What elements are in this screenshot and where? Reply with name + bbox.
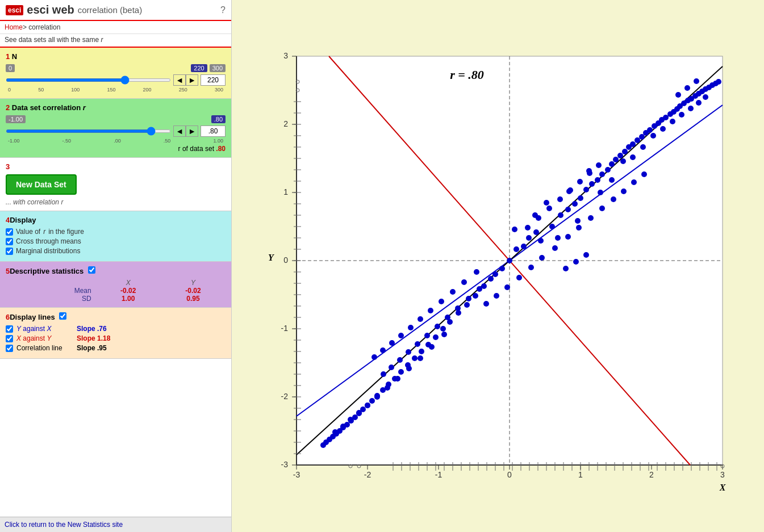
svg-point-151 <box>435 324 440 329</box>
left-panel: esci esci web correlation (beta) ? Home>… <box>0 0 232 532</box>
n-min-badge: 0 <box>6 64 15 72</box>
subtitle: correlation (beta) <box>78 5 142 15</box>
svg-point-171 <box>439 299 444 304</box>
svg-point-44 <box>599 171 605 177</box>
svg-point-159 <box>552 245 558 251</box>
svg-point-84 <box>419 349 424 354</box>
svg-point-32 <box>507 258 512 263</box>
breadcrumb: Home> correlation <box>0 21 231 34</box>
chart-container: r = .80 -3 -2 -1 0 1 <box>251 33 745 499</box>
stats-header-y: Y <box>161 279 226 287</box>
n-value-box[interactable]: 220 <box>201 74 226 86</box>
display-r-checkbox[interactable] <box>6 228 13 236</box>
with-corr-label: ... with correlation r <box>6 198 226 206</box>
svg-point-128 <box>395 376 400 382</box>
y-against-x-checkbox[interactable] <box>6 325 13 333</box>
correlation-line-checkbox[interactable] <box>6 345 13 352</box>
sd-label: SD <box>6 295 96 303</box>
svg-point-184 <box>504 284 510 290</box>
svg-point-114 <box>620 158 626 164</box>
new-data-set-button[interactable]: New Data Set <box>6 174 77 195</box>
section-display-lines: 6Display lines Y against X Slope .76 X a… <box>0 308 231 359</box>
r-slider[interactable] <box>6 129 171 133</box>
svg-point-143 <box>587 170 592 176</box>
descriptive-checkbox[interactable] <box>88 266 95 274</box>
svg-point-134 <box>340 424 346 429</box>
svg-point-182 <box>528 265 534 270</box>
svg-text:-3: -3 <box>293 470 300 479</box>
svg-point-45 <box>605 167 611 173</box>
svg-text:-2: -2 <box>364 470 371 479</box>
r-value-box[interactable]: .80 <box>201 125 226 137</box>
home-link[interactable]: Home <box>5 23 23 31</box>
mean-label: Mean <box>6 287 96 295</box>
n-next-btn[interactable]: ► <box>186 74 198 86</box>
n-slider[interactable] <box>6 78 171 82</box>
section2-title: 2 Data set correlation r <box>6 103 226 112</box>
n-ticks: 050100150200250300 <box>6 87 226 93</box>
n-slider-track[interactable] <box>6 75 171 85</box>
svg-point-118 <box>660 126 666 132</box>
svg-point-142 <box>577 179 583 185</box>
svg-point-43 <box>595 177 600 183</box>
svg-point-157 <box>381 371 386 377</box>
r-prev-btn[interactable]: ◄ <box>173 125 186 137</box>
n-slider-row[interactable]: ◄ ► 220 <box>6 74 226 86</box>
svg-point-154 <box>406 349 411 355</box>
r-slider-track[interactable] <box>6 126 171 136</box>
svg-point-87 <box>398 369 404 375</box>
n-max2-badge: 300 <box>210 64 226 72</box>
display-marginal-checkbox[interactable] <box>6 248 13 255</box>
svg-point-112 <box>598 190 603 195</box>
svg-point-47 <box>613 157 619 162</box>
svg-point-74 <box>716 79 721 85</box>
section5-title: 5Descriptive statistics <box>6 266 226 275</box>
svg-point-181 <box>694 78 699 84</box>
svg-point-124 <box>441 332 447 337</box>
svg-point-48 <box>617 153 623 158</box>
bottom-bar[interactable]: Click to return to the New Statistics si… <box>0 517 231 532</box>
n-prev-btn[interactable]: ◄ <box>173 74 186 86</box>
section-descriptive: 5Descriptive statistics X Y Mean -0.02 -… <box>0 262 231 308</box>
r-next-btn[interactable]: ► <box>186 125 198 137</box>
svg-point-155 <box>397 357 403 363</box>
r-slider-row[interactable]: ◄ ► .80 <box>6 125 226 137</box>
svg-point-179 <box>675 92 681 98</box>
section4-title: 4Display <box>6 216 226 224</box>
svg-point-163 <box>599 206 605 211</box>
tagline-text: See data sets all with the same <box>5 36 101 44</box>
svg-point-40 <box>578 195 583 201</box>
svg-point-164 <box>611 196 616 202</box>
svg-text:1: 1 <box>578 470 583 479</box>
help-icon[interactable]: ? <box>220 5 226 15</box>
n-step-btns[interactable]: ◄ ► <box>173 74 198 86</box>
app-title: esci web <box>27 3 74 16</box>
svg-point-162 <box>588 215 594 221</box>
svg-text:0: 0 <box>283 255 288 265</box>
r-current-value: .80 <box>216 145 226 153</box>
svg-point-123 <box>703 94 708 100</box>
x-against-y-checkbox[interactable] <box>6 335 13 342</box>
r-display: r = .80 <box>450 68 484 82</box>
y-against-x-slope: Slope .76 <box>77 325 107 333</box>
svg-point-188 <box>512 227 517 232</box>
svg-point-173 <box>418 316 423 322</box>
section-display: 4Display Value of r in the figure Cross … <box>0 211 231 262</box>
svg-text:-1: -1 <box>435 470 442 479</box>
svg-point-59 <box>663 115 669 120</box>
chart-svg: r = .80 -3 -2 -1 0 1 <box>251 33 745 499</box>
svg-point-160 <box>565 234 571 240</box>
svg-point-108 <box>555 235 561 241</box>
r-badges-row: -1.00 .80 <box>6 115 226 123</box>
tagline: See data sets all with the same r <box>0 34 231 48</box>
display-lines-checkbox[interactable] <box>59 312 66 320</box>
stats-sd-row: SD 1.00 0.95 <box>6 295 226 303</box>
svg-point-125 <box>429 344 435 350</box>
svg-point-137 <box>525 225 531 231</box>
r-step-btns[interactable]: ◄ ► <box>173 125 198 137</box>
display-cross-checkbox[interactable] <box>6 238 13 245</box>
svg-point-122 <box>696 100 702 106</box>
n-badges-row: 0 220 300 <box>6 64 226 72</box>
svg-point-166 <box>631 179 637 185</box>
svg-point-148 <box>466 296 471 301</box>
